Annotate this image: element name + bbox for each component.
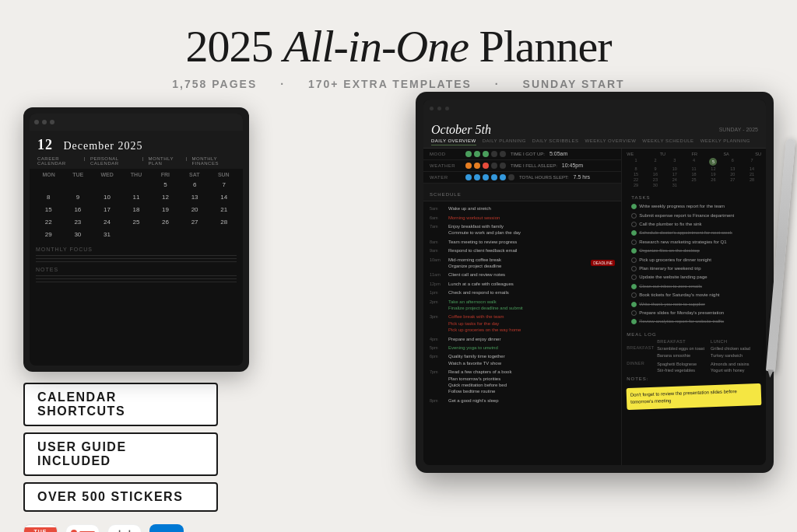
task-item: Write thank-you note to supplier bbox=[631, 299, 757, 308]
mini-calendar: WE TU FR SA SU 1 2 3 4 bbox=[627, 152, 761, 187]
task-item: Prepare slides for Monday's presentation bbox=[631, 308, 757, 317]
schedule-item: 5amWake up and stretch bbox=[423, 205, 621, 213]
right-toolbar bbox=[423, 100, 766, 118]
google-calendar-icon: 31 bbox=[107, 524, 142, 532]
task-item: Plan itinerary for weekend trip bbox=[631, 264, 757, 273]
app-icons-row: TUE 14 31 bbox=[23, 524, 272, 532]
task-item: Review analytics report for website traf… bbox=[631, 317, 757, 326]
meal-section: MEAL LOG BREAKFAST LUNCH BREAKFAST Scram… bbox=[627, 332, 761, 373]
schedule-item: 5pmEvening yoga to unwind bbox=[423, 343, 621, 352]
daily-body: MOOD TIME I GOT UP: 5:05am bbox=[423, 149, 766, 465]
task-item: Research new marketing strategies for Q1 bbox=[631, 237, 757, 246]
task-item: Update the website landing page bbox=[631, 273, 757, 282]
calendar-header: 12 December 2025 CAREER CALENDAR | PERSO… bbox=[30, 131, 243, 169]
schedule-item: 8amTeam meeting to review progress bbox=[423, 237, 621, 246]
schedule-item: 7pmRead a few chapters of a bookPlan tom… bbox=[423, 368, 621, 397]
tablet-left: 12 December 2025 CAREER CALENDAR | PERSO… bbox=[23, 107, 249, 372]
schedule-item: 7amEnjoy breakfast with familyCommute to… bbox=[423, 222, 621, 238]
task-item: Write weekly progress report for the tea… bbox=[631, 202, 757, 211]
toolbar-dot bbox=[42, 120, 47, 124]
meal-row: BREAKFAST Scrambled eggs on toastBanana … bbox=[627, 345, 761, 359]
right-panel: October 5th SUNDAY - 2025 DAILY OVERVIEW… bbox=[288, 107, 774, 532]
calendar-grid: 5 6 7 8 9 10 11 12 13 14 15 16 17 18 19 … bbox=[30, 179, 243, 240]
schedule-item: 2pmTake an afternoon walkFinalize projec… bbox=[423, 297, 621, 313]
calendar-bottom: MONTHLY FOCUS NOTES bbox=[30, 240, 243, 285]
task-item: Pick up groceries for dinner tonight bbox=[631, 255, 757, 264]
task-item: Clean out inbox to zero emails bbox=[631, 282, 757, 290]
daily-left-col: MOOD TIME I GOT UP: 5:05am bbox=[423, 149, 622, 465]
stylus-tip bbox=[767, 369, 774, 378]
outlook-icon: O 14 bbox=[149, 524, 184, 532]
task-item: Book tickets for Saturday's movie night bbox=[631, 291, 757, 299]
calendar-day-headers: MON TUE WED THU FRI SAT SUN bbox=[30, 169, 243, 179]
sticky-note: Don't forget to review the presentation … bbox=[627, 383, 762, 410]
task-item: Submit expense report to Finance departm… bbox=[631, 211, 757, 219]
schedule-section: 5amWake up and stretch 6amMorning workou… bbox=[423, 201, 621, 408]
schedule-item: 6amMorning workout session bbox=[423, 213, 621, 222]
meal-row: DINNER Spaghetti BologneseStir-fried veg… bbox=[627, 361, 761, 374]
schedule-item: 9amRespond to client feedback email bbox=[423, 247, 621, 255]
main-title: 2025 All-in-One Planner bbox=[0, 22, 797, 72]
daily-right-col: WE TU FR SA SU 1 2 3 4 bbox=[622, 149, 766, 465]
stylus bbox=[766, 138, 795, 372]
schedule-item: 8pmGet a good night's sleep bbox=[423, 396, 621, 404]
user-guide-badge: USER GUIDE INCLUDED bbox=[23, 432, 218, 476]
feature-badges: CALENDAR SHORTCUTS USER GUIDE INCLUDED O… bbox=[23, 383, 272, 512]
schedule-item: 11amClient call and review notes bbox=[423, 271, 621, 279]
tasks-section: TASKS Write weekly progress report for t… bbox=[627, 192, 761, 329]
weather-row: WEATHER TIME I FELL ASLEEP: 10:45pm bbox=[423, 160, 621, 172]
schedule-item: 1pmCheck and respond to emails bbox=[423, 289, 621, 297]
task-item: Organize files on the desktop bbox=[631, 247, 757, 255]
main-content: 12 December 2025 CAREER CALENDAR | PERSO… bbox=[0, 107, 797, 532]
page-header: 2025 All-in-One Planner 1,758 PAGES · 17… bbox=[0, 0, 797, 100]
schedule-item: 4pmPrepare and enjoy dinner bbox=[423, 334, 621, 343]
daily-header: October 5th SUNDAY - 2025 DAILY OVERVIEW… bbox=[423, 118, 766, 149]
notes-label: NOTES: bbox=[627, 376, 761, 381]
calendar-nav-tabs: CAREER CALENDAR | PERSONAL CALENDAR | MO… bbox=[37, 156, 235, 166]
water-row: WATER TOTAL HOURS SLEPT: bbox=[423, 172, 621, 184]
calendar-widget-icon: TUE 14 bbox=[23, 524, 58, 532]
daily-nav: DAILY OVERVIEW DAILY PLANNING DAILY SCRI… bbox=[431, 138, 758, 145]
toolbar-dot bbox=[50, 120, 54, 124]
task-item: Schedule doctor's appointment for next w… bbox=[631, 229, 757, 237]
reminders-icon bbox=[65, 524, 100, 532]
task-item: Call the plumber to fix the sink bbox=[631, 220, 757, 229]
subtitle: 1,758 PAGES · 170+ EXTRA TEMPLATES · SUN… bbox=[0, 78, 797, 90]
schedule-item: 10amMid-morning coffee breakOrganize pro… bbox=[423, 255, 621, 271]
toolbar-dot bbox=[34, 120, 39, 124]
tablet-right: October 5th SUNDAY - 2025 DAILY OVERVIEW… bbox=[416, 92, 774, 473]
mood-row: MOOD TIME I GOT UP: 5:05am bbox=[423, 149, 621, 160]
schedule-item: 6pmQuality family time togetherWatch a f… bbox=[423, 352, 621, 368]
schedule-item: 3pmCoffee break with the teamPick up tas… bbox=[423, 313, 621, 334]
left-panel: 12 December 2025 CAREER CALENDAR | PERSO… bbox=[23, 107, 272, 532]
schedule-item: 12pmLunch at a cafe with colleagues bbox=[423, 279, 621, 288]
schedule-header: SCHEDULE bbox=[423, 184, 621, 201]
calendar-shortcuts-badge: CALENDAR SHORTCUTS bbox=[23, 383, 218, 426]
stickers-badge: OVER 500 STICKERS bbox=[23, 482, 218, 512]
